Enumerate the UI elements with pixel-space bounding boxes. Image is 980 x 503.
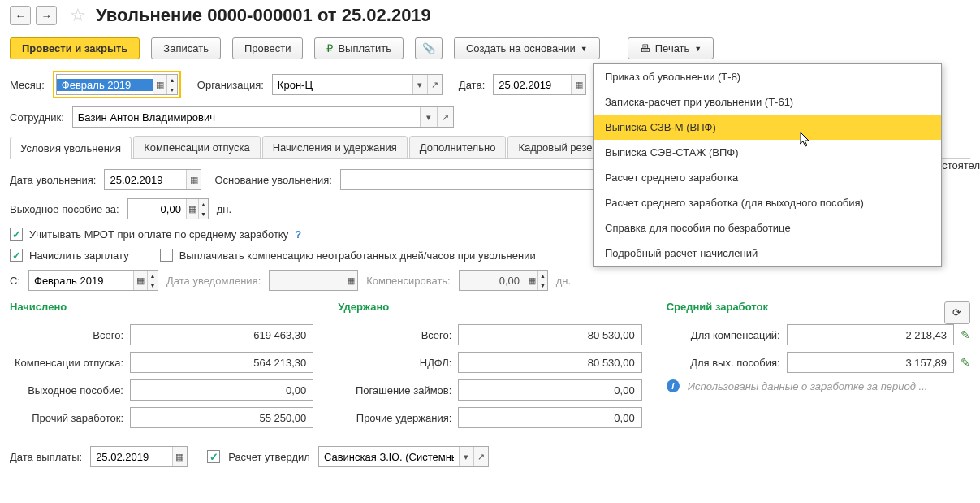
employee-label: Сотрудник: — [10, 111, 64, 124]
month-input[interactable] — [57, 79, 153, 91]
for-comp-label: Для компенсаций: — [667, 329, 780, 341]
page-title: Увольнение 0000-000001 от 25.02.2019 — [96, 5, 431, 26]
other-income-label: Прочий заработок: — [10, 412, 123, 424]
withheld-total-label: Всего: — [338, 329, 451, 341]
other-income-value: 55 250,00 — [130, 407, 313, 428]
info-text[interactable]: Использованы данные о заработке за перио… — [688, 380, 928, 392]
loan-repay-value: 0,00 — [458, 379, 641, 401]
total-label: Всего: — [10, 329, 123, 341]
menu-item-szvm[interactable]: Выписка СЗВ-М (ВПФ) — [594, 115, 941, 140]
accrue-salary-checkbox[interactable]: ✓ — [10, 249, 23, 262]
withheld-total: 80 530,00 — [458, 324, 641, 345]
nav-forward-button[interactable]: → — [36, 6, 57, 25]
compensate-input — [460, 275, 525, 287]
accrue-salary-label: Начислить зарплату — [29, 249, 129, 262]
date-input[interactable] — [494, 79, 571, 91]
date-label: Дата: — [459, 79, 485, 91]
chevron-down-icon: ▼ — [694, 45, 702, 53]
pay-comp-label: Выплачивать компенсацию неотработанных д… — [179, 249, 536, 262]
tab-conditions[interactable]: Условия увольнения — [10, 137, 132, 159]
days-label: дн. — [217, 203, 231, 215]
avg-header: Средний заработок — [667, 301, 768, 313]
calendar-icon[interactable]: ▦ — [186, 170, 201, 189]
calendar-icon[interactable]: ▦ — [133, 271, 148, 290]
refresh-button[interactable]: ⟳ — [944, 301, 970, 324]
severance-total-label: Выходное пособие: — [10, 384, 123, 397]
open-icon[interactable]: ↗ — [473, 447, 488, 466]
spin-up[interactable]: ▲ — [199, 199, 207, 209]
pencil-icon[interactable]: ✎ — [961, 328, 970, 341]
spin-down[interactable]: ▼ — [167, 85, 177, 94]
spin-up[interactable]: ▲ — [148, 271, 158, 280]
mrot-checkbox[interactable]: ✓ — [10, 228, 23, 241]
basis-input[interactable] — [341, 174, 599, 186]
other-withhold-value: 0,00 — [458, 407, 641, 428]
attach-button[interactable]: 📎 — [415, 37, 443, 59]
from-label: С: — [10, 275, 20, 287]
pay-date-input[interactable] — [91, 451, 172, 463]
loan-repay-label: Погашение займов: — [338, 384, 451, 397]
post-and-close-button[interactable]: Провести и закрыть — [10, 37, 140, 59]
days-label-2: дн. — [556, 275, 571, 287]
menu-item-szv-stazh[interactable]: Выписка СЭВ-СТАЖ (ВПФ) — [594, 140, 941, 165]
spin-down[interactable]: ▼ — [199, 209, 207, 219]
tab-accruals[interactable]: Начисления и удержания — [262, 136, 408, 158]
severance-input[interactable] — [128, 203, 186, 215]
dropdown-icon[interactable]: ▾ — [420, 107, 436, 127]
for-comp-value: 2 218,43 — [787, 324, 954, 345]
from-input[interactable] — [29, 275, 133, 287]
pay-comp-checkbox[interactable] — [160, 249, 173, 262]
post-button[interactable]: Провести — [232, 37, 304, 59]
ndfl-label: НДФЛ: — [338, 357, 451, 369]
create-based-button[interactable]: Создать на основании ▼ — [454, 37, 600, 59]
menu-item-detailed-calc[interactable]: Подробный расчет начислений — [594, 241, 941, 266]
notif-date-label: Дата уведомления: — [166, 275, 261, 287]
approved-checkbox[interactable]: ✓ — [207, 450, 220, 463]
pay-button[interactable]: ₽ Выплатить — [314, 37, 404, 59]
favorite-star-icon[interactable]: ☆ — [70, 5, 86, 26]
money-icon: ₽ — [326, 42, 333, 54]
menu-item-t8[interactable]: Приказ об увольнении (Т-8) — [594, 64, 941, 89]
spin-down[interactable]: ▼ — [148, 280, 158, 290]
tab-additional[interactable]: Дополнительно — [409, 136, 507, 158]
info-icon[interactable]: i — [667, 379, 680, 392]
printer-icon: 🖶 — [640, 42, 650, 54]
print-button[interactable]: 🖶 Печать ▼ — [628, 37, 714, 59]
menu-item-unemployment[interactable]: Справка для пособия по безработице — [594, 215, 941, 241]
open-icon[interactable]: ↗ — [427, 75, 442, 94]
chevron-down-icon: ▼ — [581, 45, 588, 53]
open-icon[interactable]: ↗ — [437, 107, 453, 127]
menu-item-avg-calc-severance[interactable]: Расчет среднего заработка (для выходного… — [594, 190, 941, 215]
employee-input[interactable] — [73, 111, 421, 124]
clip-icon: 📎 — [422, 42, 435, 54]
vacation-comp-label: Компенсации отпуска: — [10, 357, 123, 369]
pay-date-label: Дата выплаты: — [10, 451, 82, 463]
menu-item-t61[interactable]: Записка-расчет при увольнении (Т-61) — [594, 89, 941, 115]
calc-icon[interactable]: ▦ — [186, 199, 198, 219]
print-dropdown-menu: Приказ об увольнении (Т-8) Записка-расче… — [593, 63, 942, 267]
spin-up[interactable]: ▲ — [167, 75, 177, 85]
save-button[interactable]: Записать — [151, 37, 221, 59]
org-input[interactable] — [273, 79, 412, 91]
compensate-label: Компенсировать: — [366, 275, 450, 287]
calendar-icon[interactable]: ▦ — [172, 447, 187, 466]
calendar-icon[interactable]: ▦ — [571, 75, 585, 94]
for-sev-label: Для вых. пособия: — [667, 357, 780, 369]
tab-vacation-comp[interactable]: Компенсации отпуска — [133, 136, 261, 158]
pencil-icon[interactable]: ✎ — [961, 356, 970, 369]
approved-input[interactable] — [319, 451, 459, 463]
nav-back-button[interactable]: ← — [10, 6, 31, 25]
basis-label: Основание увольнения: — [214, 174, 331, 186]
dismissal-date-input[interactable] — [105, 174, 186, 186]
calc-icon: ▦ — [525, 271, 537, 290]
calendar-icon[interactable]: ▦ — [153, 75, 166, 94]
help-icon[interactable]: ? — [295, 228, 301, 241]
menu-item-avg-calc[interactable]: Расчет среднего заработка — [594, 165, 941, 190]
org-label: Организация: — [197, 79, 264, 91]
dropdown-icon[interactable]: ▾ — [412, 75, 427, 94]
vacation-comp-value: 564 213,30 — [130, 352, 313, 373]
withheld-header: Удержано — [338, 301, 641, 313]
accrued-header: Начислено — [10, 301, 313, 313]
dropdown-icon[interactable]: ▾ — [459, 447, 473, 466]
dismissal-date-label: Дата увольнения: — [10, 174, 96, 186]
